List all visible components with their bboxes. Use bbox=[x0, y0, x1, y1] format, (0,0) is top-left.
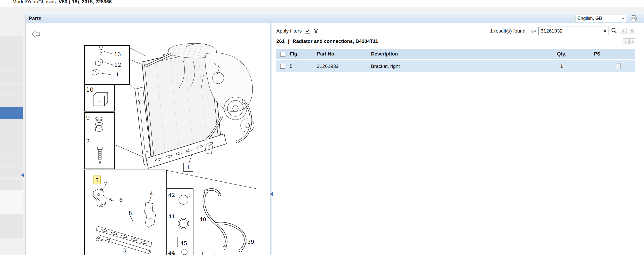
sidebar-item[interactable] bbox=[0, 179, 23, 190]
column-ps: PS bbox=[574, 51, 635, 57]
section-number: 261 bbox=[276, 38, 285, 44]
main-window: Parts English, GB bbox=[26, 14, 644, 255]
callout-6[interactable]: 6 bbox=[119, 197, 123, 203]
sidebar-item[interactable] bbox=[0, 84, 23, 95]
clear-search-button[interactable]: × bbox=[603, 27, 606, 35]
callout-1[interactable]: 1 bbox=[187, 164, 190, 171]
collapse-sidebar-handle[interactable] bbox=[21, 173, 24, 177]
callout-13[interactable]: 13 bbox=[114, 51, 121, 57]
callout-9[interactable]: 9 bbox=[86, 114, 90, 121]
section-title: Radiator and connections, B4204T11 bbox=[293, 38, 378, 44]
column-description: Description bbox=[371, 51, 549, 57]
column-fig: Fig. bbox=[290, 51, 317, 57]
column-part-no: Part No. bbox=[317, 51, 371, 57]
callout-3[interactable]: 3 bbox=[123, 248, 126, 254]
select-all-checkbox[interactable] bbox=[280, 52, 285, 57]
page-title: Parts bbox=[29, 15, 41, 21]
chevron-down-icon: ∨ bbox=[631, 29, 633, 33]
search-button[interactable] bbox=[611, 27, 618, 34]
callout-7a[interactable]: 7 bbox=[104, 181, 107, 187]
callout-2[interactable]: 2 bbox=[86, 138, 90, 145]
callout-42[interactable]: 42 bbox=[168, 192, 175, 198]
chevron-right-icon: › bbox=[632, 39, 633, 43]
callout-11[interactable]: 11 bbox=[112, 71, 119, 78]
callout-12[interactable]: 12 bbox=[114, 62, 121, 68]
search-field-wrap: × bbox=[538, 27, 608, 35]
column-qty: Qty. bbox=[549, 51, 574, 57]
diagram-back-button[interactable] bbox=[32, 30, 40, 38]
diagram-panel: 13 12 11 10 9 2 5 7 6 4 8 7 3 1 42 41 45… bbox=[26, 23, 270, 255]
previous-page-button[interactable]: ‹ bbox=[623, 38, 629, 44]
language-value: English, GB bbox=[578, 16, 602, 21]
sidebar-item[interactable] bbox=[0, 36, 23, 48]
cell-part-no: 31261932 bbox=[317, 63, 371, 69]
apply-filters-label: Apply filters bbox=[276, 28, 302, 34]
sidebar-item[interactable] bbox=[0, 167, 23, 178]
sidebar-item[interactable] bbox=[0, 95, 23, 107]
section-separator: | bbox=[288, 38, 289, 44]
apply-filters-checkbox[interactable] bbox=[305, 29, 310, 34]
callout-4[interactable]: 4 bbox=[150, 190, 153, 197]
sidebar-item[interactable] bbox=[0, 155, 23, 166]
sidebar-item[interactable] bbox=[0, 190, 23, 202]
search-group: 1 result(s) found. × ∧ ∨ bbox=[490, 27, 635, 35]
results-count: 1 result(s) found. bbox=[490, 28, 527, 34]
callout-45[interactable]: 45 bbox=[180, 240, 187, 246]
sidebar-item-active[interactable] bbox=[0, 107, 23, 119]
model-label: Model/Year/Chassis: bbox=[12, 0, 57, 4]
cell-description: Bracket, right bbox=[371, 63, 549, 69]
parts-header: Parts English, GB bbox=[26, 14, 644, 23]
sidebar-item[interactable] bbox=[0, 131, 23, 143]
callout-7b[interactable]: 7 bbox=[107, 238, 110, 244]
sidebar-item[interactable] bbox=[0, 143, 23, 155]
ps-icon[interactable] bbox=[616, 63, 621, 69]
parts-table: Fig. Part No. Description Qty. PS 5 3126… bbox=[276, 49, 635, 72]
callout-41[interactable]: 41 bbox=[168, 213, 175, 220]
previous-result-button[interactable]: ∧ bbox=[620, 28, 626, 34]
language-select[interactable]: English, GB bbox=[575, 15, 626, 22]
sidebar-spacer bbox=[0, 7, 23, 36]
cell-qty: 1 bbox=[549, 63, 574, 69]
callout-8[interactable]: 8 bbox=[129, 210, 132, 216]
search-input[interactable] bbox=[538, 27, 608, 35]
table-header: Fig. Part No. Description Qty. PS bbox=[276, 49, 635, 59]
filter-row: Apply filters bbox=[276, 27, 319, 35]
chevron-left-icon: ‹ bbox=[625, 39, 626, 43]
section-title-row: 261 | Radiator and connections, B4204T11 bbox=[276, 38, 378, 44]
funnel-icon[interactable] bbox=[313, 28, 319, 34]
printer-icon bbox=[630, 15, 637, 22]
callout-39[interactable]: 39 bbox=[247, 239, 254, 245]
check-icon bbox=[306, 29, 309, 33]
sidebar-item[interactable] bbox=[0, 48, 23, 60]
next-result-button[interactable]: ∨ bbox=[629, 28, 635, 34]
pagination: ‹ › bbox=[623, 38, 635, 44]
sidebar-item[interactable] bbox=[0, 72, 23, 83]
magnifier-icon bbox=[612, 28, 615, 32]
callout-5[interactable]: 5 bbox=[95, 177, 99, 184]
history-back-button[interactable] bbox=[530, 28, 536, 34]
print-button[interactable] bbox=[630, 15, 637, 22]
model-value: V60 (-18), 2015, 225366 bbox=[59, 0, 112, 4]
chevron-up-icon: ∧ bbox=[622, 29, 625, 33]
panel-divider[interactable] bbox=[270, 23, 272, 255]
sidebar-item[interactable] bbox=[0, 202, 23, 214]
chevron-down-icon bbox=[622, 18, 624, 19]
callout-10[interactable]: 10 bbox=[86, 86, 94, 93]
cell-fig: 5 bbox=[290, 63, 317, 69]
sidebar-item[interactable] bbox=[0, 60, 23, 71]
sidebar-item[interactable] bbox=[0, 214, 23, 226]
table-row[interactable]: 5 31261932 Bracket, right 1 bbox=[276, 60, 635, 72]
row-checkbox[interactable] bbox=[280, 64, 285, 69]
parts-diagram: 13 12 11 10 9 2 5 7 6 4 8 7 3 1 42 41 45… bbox=[26, 23, 270, 255]
sidebar bbox=[0, 7, 23, 255]
results-panel: Apply filters 1 result(s) found. × bbox=[272, 23, 644, 255]
hose-artwork bbox=[204, 189, 245, 252]
collapse-panel-handle[interactable] bbox=[270, 192, 273, 196]
callout-44[interactable]: 44 bbox=[168, 250, 175, 255]
sidebar-item[interactable] bbox=[0, 119, 23, 131]
model-year-chassis: Model/Year/Chassis:V60 (-18), 2015, 2253… bbox=[12, 0, 112, 5]
topbar-divider bbox=[527, 0, 527, 7]
callout-40[interactable]: 40 bbox=[199, 216, 206, 222]
sidebar-item[interactable] bbox=[0, 226, 23, 238]
next-page-button[interactable]: › bbox=[629, 38, 635, 44]
